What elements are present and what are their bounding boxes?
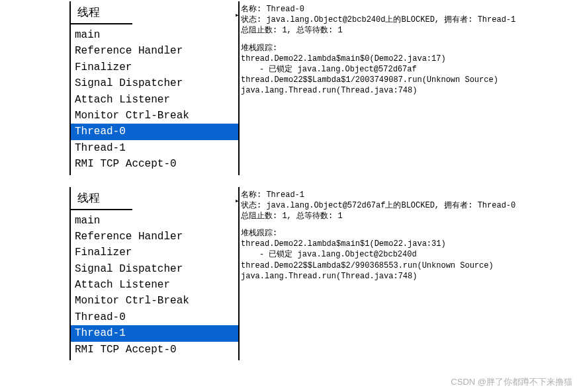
stack-trace-2: 堆栈跟踪: thread.Demo22.lambda$main$1(Demo22… bbox=[241, 228, 578, 282]
state-label: 状态: bbox=[241, 15, 261, 24]
thread-list-column: 线程 mainReference HandlerFinalizerSignal … bbox=[71, 1, 240, 175]
stack-line: thread.Demo22.lambda$main$0(Demo22.java:… bbox=[241, 54, 578, 64]
state-label: 状态: bbox=[241, 201, 261, 210]
thread-item[interactable]: RMI TCP Accept-0 bbox=[71, 342, 238, 358]
stack-line: java.lang.Thread.run(Thread.java:748) bbox=[241, 271, 578, 282]
blocked-label: 总阻止数: bbox=[241, 212, 277, 221]
name-value: Thread-0 bbox=[266, 5, 304, 14]
thread-panel-2: 线程 mainReference HandlerFinalizerSignal … bbox=[69, 187, 579, 361]
detail-counts-row: 总阻止数: 1, 总等待数: 1 bbox=[241, 25, 578, 36]
thread-panel-1: 线程 mainReference HandlerFinalizerSignal … bbox=[69, 1, 579, 175]
name-label: 名称: bbox=[241, 190, 261, 200]
thread-item[interactable]: Thread-1 bbox=[71, 140, 238, 156]
thread-details-1: ▸ 名称: Thread-0 状态: java.lang.Object@2bcb… bbox=[240, 1, 579, 175]
pointer-icon: ▸ bbox=[235, 196, 240, 206]
stack-trace-1: 堆栈跟踪: thread.Demo22.lambda$main$0(Demo22… bbox=[241, 43, 578, 97]
stack-line: thread.Demo22$$Lambda$1/2003749087.run(U… bbox=[241, 75, 578, 85]
state-value: java.lang.Object@572d67af上的BLOCKED, 拥有者:… bbox=[266, 201, 515, 210]
thread-item[interactable]: Finalizer bbox=[71, 59, 238, 75]
thread-item[interactable]: Monitor Ctrl-Break bbox=[71, 108, 238, 124]
thread-item[interactable]: Finalizer bbox=[71, 245, 238, 260]
stack-title: 堆栈跟踪: bbox=[241, 43, 578, 54]
thread-item[interactable]: Attach Listener bbox=[71, 277, 238, 293]
waited-value: 1 bbox=[337, 212, 342, 221]
name-label: 名称: bbox=[241, 5, 261, 14]
thread-item[interactable]: RMI TCP Accept-0 bbox=[71, 156, 238, 172]
pointer-icon: ▸ bbox=[235, 11, 240, 20]
thread-details-2: ▸ 名称: Thread-1 状态: java.lang.Object@572d… bbox=[240, 187, 579, 361]
blocked-value: 1, bbox=[282, 26, 291, 35]
thread-item[interactable]: main bbox=[71, 213, 238, 229]
waited-label: 总等待数: bbox=[296, 26, 333, 35]
thread-list-column: 线程 mainReference HandlerFinalizerSignal … bbox=[71, 187, 240, 361]
stack-line: - 已锁定 java.lang.Object@572d67af bbox=[241, 64, 578, 75]
thread-item[interactable]: Thread-0 bbox=[71, 124, 238, 139]
waited-value: 1 bbox=[337, 26, 342, 35]
thread-item[interactable]: Thread-1 bbox=[71, 325, 238, 341]
thread-item[interactable]: Thread-0 bbox=[71, 309, 238, 325]
stack-line: thread.Demo22$$Lambda$2/990368553.run(Un… bbox=[241, 260, 578, 271]
thread-item[interactable]: Attach Listener bbox=[71, 92, 238, 108]
waited-label: 总等待数: bbox=[296, 212, 333, 221]
stack-line: thread.Demo22.lambda$main$1(Demo22.java:… bbox=[241, 239, 578, 249]
detail-state-row: 状态: java.lang.Object@572d67af上的BLOCKED, … bbox=[241, 200, 578, 211]
blocked-value: 1, bbox=[282, 212, 291, 221]
name-value: Thread-1 bbox=[266, 190, 304, 200]
stack-title: 堆栈跟踪: bbox=[241, 228, 578, 239]
blocked-label: 总阻止数: bbox=[241, 26, 277, 35]
tab-threads[interactable]: 线程 bbox=[69, 187, 132, 210]
thread-item[interactable]: Monitor Ctrl-Break bbox=[71, 293, 238, 309]
stack-line: java.lang.Thread.run(Thread.java:748) bbox=[241, 85, 578, 96]
thread-list-1: mainReference HandlerFinalizerSignal Dis… bbox=[71, 24, 238, 175]
tab-threads[interactable]: 线程 bbox=[69, 1, 132, 24]
stack-line: - 已锁定 java.lang.Object@2bcb240d bbox=[241, 249, 578, 260]
detail-state-row: 状态: java.lang.Object@2bcb240d上的BLOCKED, … bbox=[241, 15, 578, 25]
thread-item[interactable]: main bbox=[71, 27, 238, 43]
detail-counts-row: 总阻止数: 1, 总等待数: 1 bbox=[241, 211, 578, 221]
detail-name-row: 名称: Thread-0 bbox=[241, 4, 578, 15]
detail-name-row: 名称: Thread-1 bbox=[241, 190, 578, 200]
thread-list-2: mainReference HandlerFinalizerSignal Dis… bbox=[71, 210, 238, 361]
thread-item[interactable]: Signal Dispatcher bbox=[71, 261, 238, 277]
thread-item[interactable]: Signal Dispatcher bbox=[71, 75, 238, 91]
thread-item[interactable]: Reference Handler bbox=[71, 229, 238, 245]
watermark-text: CSDN @胖了你都蹲不下来撸猫 bbox=[451, 376, 572, 388]
state-value: java.lang.Object@2bcb240d上的BLOCKED, 拥有者:… bbox=[266, 15, 515, 24]
thread-item[interactable]: Reference Handler bbox=[71, 43, 238, 59]
